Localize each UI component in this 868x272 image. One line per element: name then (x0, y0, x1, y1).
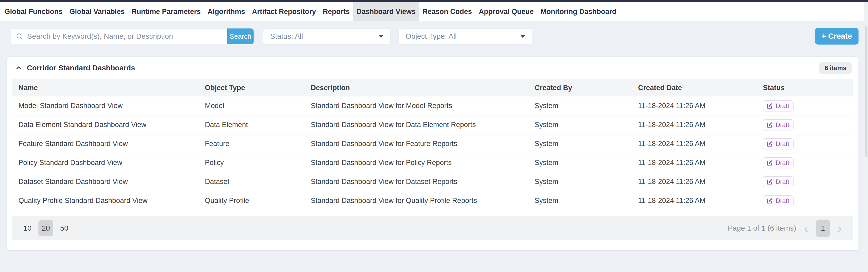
pagination-bar: 10 20 50 Page 1 of 1 (6 items) ‹ 1 › (12, 216, 853, 240)
collapse-section-button[interactable] (14, 63, 23, 72)
cell-description: Standard Dashboard View for Policy Repor… (304, 159, 528, 167)
edit-icon (767, 179, 773, 185)
table-row[interactable]: Model Standard Dashboard View Model Stan… (12, 96, 853, 116)
edit-icon (767, 141, 773, 147)
column-header-created-date[interactable]: Created Date (632, 84, 756, 92)
table-row[interactable]: Data Element Standard Dashboard View Dat… (12, 116, 853, 134)
tab-reason-codes[interactable]: Reason Codes (419, 2, 475, 21)
status-label: Draft (776, 140, 789, 148)
cell-description: Standard Dashboard View for Model Report… (304, 102, 528, 110)
cell-created-date: 11-18-2024 11:26 AM (632, 102, 756, 110)
tab-monitoring-dashboard[interactable]: Monitoring Dashboard (537, 2, 620, 21)
chevron-down-icon (379, 35, 383, 38)
section-title: Corridor Standard Dashboards (27, 64, 135, 72)
cell-created-by: System (528, 102, 632, 110)
column-header-object-type[interactable]: Object Type (198, 84, 304, 92)
tab-global-functions[interactable]: Global Functions (1, 2, 66, 21)
prev-page-icon[interactable]: ‹ (803, 222, 809, 234)
tab-global-variables[interactable]: Global Variables (66, 2, 128, 21)
cell-created-date: 11-18-2024 11:26 AM (632, 121, 756, 129)
cell-created-date: 11-18-2024 11:26 AM (632, 197, 756, 205)
cell-description: Standard Dashboard View for Data Element… (304, 121, 528, 129)
dashboards-card: Corridor Standard Dashboards 6 items Nam… (7, 57, 859, 250)
tab-artifact-repository[interactable]: Artifact Repository (249, 2, 319, 21)
object-type-filter-dropdown[interactable]: Object Type: All (398, 28, 532, 44)
cell-object-type: Feature (198, 140, 304, 148)
cell-object-type: Model (198, 102, 304, 110)
dashboards-table: Name Object Type Description Created By … (12, 79, 853, 210)
status-filter-dropdown[interactable]: Status: All (263, 28, 391, 44)
table-header-row: Name Object Type Description Created By … (12, 79, 853, 96)
search-input-box (10, 28, 227, 44)
table-row[interactable]: Quality Profile Standard Dashboard View … (12, 191, 853, 210)
search-button[interactable]: Search (227, 28, 254, 44)
tab-approval-queue[interactable]: Approval Queue (475, 2, 537, 21)
pager-controls: Page 1 of 1 (6 items) ‹ 1 › (727, 219, 843, 237)
status-label: Draft (776, 121, 789, 129)
table-row[interactable]: Feature Standard Dashboard View Feature … (12, 134, 853, 153)
cell-description: Standard Dashboard View for Dataset Repo… (304, 178, 528, 186)
cell-created-date: 11-18-2024 11:26 AM (632, 159, 756, 167)
column-header-created-by[interactable]: Created By (528, 84, 632, 92)
edit-icon (767, 122, 773, 128)
search-input[interactable] (24, 29, 227, 44)
status-badge[interactable]: Draft (763, 119, 794, 130)
status-badge[interactable]: Draft (763, 195, 794, 206)
cell-object-type: Dataset (198, 178, 304, 186)
cell-created-by: System (528, 159, 632, 167)
cell-created-by: System (528, 197, 632, 205)
items-count-badge: 6 items (819, 62, 852, 74)
edit-icon (767, 103, 773, 109)
search-group: Search (10, 28, 254, 44)
page-size-20[interactable]: 20 (38, 220, 53, 236)
table-row[interactable]: Dataset Standard Dashboard View Dataset … (12, 172, 853, 191)
status-label: Draft (776, 102, 789, 110)
status-badge[interactable]: Draft (763, 100, 794, 112)
vertical-scrollbar-thumb[interactable] (865, 26, 867, 158)
object-type-filter-value: Object Type: All (406, 32, 457, 40)
next-page-icon[interactable]: › (837, 222, 843, 234)
edit-icon (767, 198, 773, 204)
column-header-status[interactable]: Status (756, 84, 853, 92)
cell-name: Feature Standard Dashboard View (12, 140, 198, 148)
main-nav: Global Functions Global Variables Runtim… (0, 2, 868, 21)
top-accent-strip (0, 0, 868, 2)
cell-name: Quality Profile Standard Dashboard View (12, 197, 198, 205)
tab-dashboard-views[interactable]: Dashboard Views (353, 2, 419, 21)
create-button[interactable]: + Create (815, 28, 859, 44)
filter-toolbar: Search Status: All Object Type: All + Cr… (0, 21, 868, 50)
cell-created-date: 11-18-2024 11:26 AM (632, 140, 756, 148)
status-badge[interactable]: Draft (763, 157, 794, 169)
cell-description: Standard Dashboard View for Quality Prof… (304, 197, 528, 205)
edit-icon (767, 160, 773, 166)
page-summary: Page 1 of 1 (6 items) (727, 224, 796, 233)
cell-created-by: System (528, 121, 632, 129)
page-number-button[interactable]: 1 (816, 219, 830, 237)
cell-object-type: Quality Profile (198, 197, 304, 205)
cell-description: Standard Dashboard View for Feature Repo… (304, 140, 528, 148)
page-size-10[interactable]: 10 (20, 220, 35, 236)
status-badge[interactable]: Draft (763, 176, 794, 187)
status-filter-value: Status: All (270, 32, 303, 40)
cell-object-type: Policy (198, 159, 304, 167)
vertical-scrollbar-track (864, 2, 868, 272)
page-size-50[interactable]: 50 (57, 220, 72, 236)
chevron-up-icon (14, 63, 23, 72)
table-row[interactable]: Policy Standard Dashboard View Policy St… (12, 153, 853, 172)
cell-name: Data Element Standard Dashboard View (12, 121, 198, 129)
chevron-down-icon (520, 35, 525, 38)
column-header-description[interactable]: Description (304, 84, 528, 92)
tab-reports[interactable]: Reports (319, 2, 353, 21)
status-label: Draft (776, 178, 789, 186)
status-label: Draft (776, 197, 789, 205)
tab-algorithms[interactable]: Algorithms (204, 2, 249, 21)
search-icon (16, 32, 24, 40)
status-badge[interactable]: Draft (763, 139, 794, 149)
cell-created-by: System (528, 178, 632, 186)
cell-created-by: System (528, 140, 632, 148)
column-header-name[interactable]: Name (12, 84, 198, 92)
cell-name: Dataset Standard Dashboard View (12, 178, 198, 186)
cell-name: Policy Standard Dashboard View (12, 159, 198, 167)
tab-runtime-parameters[interactable]: Runtime Parameters (128, 2, 204, 21)
card-header: Corridor Standard Dashboards 6 items (7, 57, 859, 79)
